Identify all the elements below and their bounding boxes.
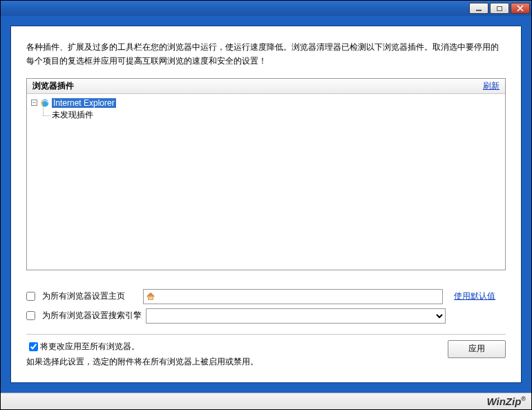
- set-search-engine-checkbox[interactable]: [26, 311, 35, 320]
- brand-logo: WinZip®: [487, 395, 526, 407]
- plugin-tree-panel: 浏览器插件 刷新 − Internet Explorer: [26, 78, 506, 270]
- apply-all-checkbox[interactable]: [29, 342, 38, 351]
- home-icon: [146, 292, 155, 301]
- internet-explorer-icon: [40, 98, 50, 108]
- set-homepage-checkbox[interactable]: [26, 292, 35, 301]
- tree-node-empty: 未发现插件: [30, 109, 502, 122]
- content-frame: 各种插件、扩展及过多的工具栏在您的浏览器中运行，使运行速度降低。浏览器清理器已检…: [1, 16, 531, 393]
- plugin-tree-header: 浏览器插件 刷新: [27, 79, 505, 94]
- search-engine-select[interactable]: [146, 308, 446, 324]
- plugin-tree-title: 浏览器插件: [32, 80, 74, 92]
- homepage-input[interactable]: [155, 292, 440, 301]
- refresh-link[interactable]: 刷新: [483, 80, 500, 92]
- apply-hint-text: 如果选择此设置，选定的附件将在所有浏览器上被启用或禁用。: [26, 356, 258, 368]
- plugin-tree-body: − Internet Explorer 未发现插件: [27, 94, 505, 270]
- statusbar: WinZip®: [1, 393, 531, 409]
- use-default-link[interactable]: 使用默认值: [454, 290, 495, 302]
- tree-node-empty-label: 未发现插件: [52, 109, 93, 121]
- apply-all-label[interactable]: 将更改应用至所有浏览器。: [40, 341, 140, 353]
- maximize-button[interactable]: [490, 3, 509, 14]
- svg-rect-3: [149, 297, 153, 299]
- divider: [26, 334, 506, 335]
- browser-settings: 为所有浏览器设置主页 使用默认值: [26, 288, 506, 327]
- close-button[interactable]: [511, 3, 530, 14]
- set-search-engine-label[interactable]: 为所有浏览器设置搜索引擎: [42, 310, 142, 322]
- titlebar: [1, 1, 531, 16]
- homepage-input-wrap: [143, 289, 443, 304]
- tree-node-browser-label: Internet Explorer: [52, 98, 116, 108]
- description-text: 各种插件、扩展及过多的工具栏在您的浏览器中运行，使运行速度降低。浏览器清理器已检…: [26, 40, 506, 68]
- set-homepage-label[interactable]: 为所有浏览器设置主页: [42, 290, 125, 302]
- apply-button[interactable]: 应用: [448, 340, 506, 358]
- tree-node-browser[interactable]: − Internet Explorer: [30, 97, 502, 109]
- minimize-button[interactable]: [469, 3, 488, 14]
- tree-collapse-icon[interactable]: −: [31, 100, 37, 106]
